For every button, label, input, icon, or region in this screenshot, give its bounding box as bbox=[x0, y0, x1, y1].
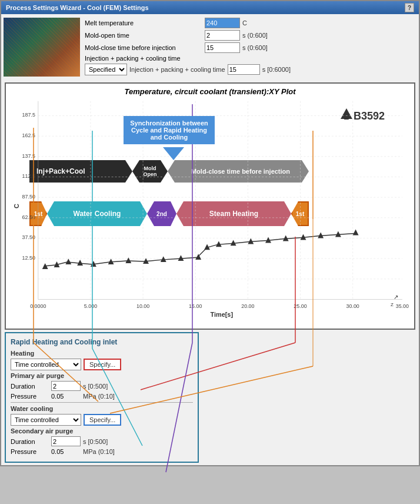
svg-marker-34 bbox=[42, 263, 48, 269]
water-cooling-dropdown[interactable]: Time controlled bbox=[11, 414, 81, 426]
svg-text:35.00: 35.00 bbox=[396, 303, 409, 309]
svg-text:↗: ↗ bbox=[394, 294, 398, 300]
top-arrows-row: Inj+Pack+Cool Mold Open Mold-close time … bbox=[29, 160, 309, 183]
svg-text:30.00: 30.00 bbox=[346, 303, 359, 309]
mold-open-time-input[interactable] bbox=[205, 30, 240, 41]
svg-text:20.00: 20.00 bbox=[241, 303, 254, 309]
svg-marker-42 bbox=[161, 256, 166, 262]
melt-temperature-label: Melt temperature bbox=[85, 19, 202, 26]
sync-box: Synchronization between Cycle and Rapid … bbox=[124, 116, 215, 144]
water-cooling-control-row: Time controlled Specify... bbox=[11, 414, 193, 426]
pressure2-row: Pressure 0.05 MPa (0:10] bbox=[11, 448, 193, 455]
help-button[interactable]: ? bbox=[405, 3, 414, 12]
svg-text:137.5: 137.5 bbox=[22, 153, 35, 159]
heating-control-row: Time controlled Specify... bbox=[11, 359, 193, 370]
svg-marker-43 bbox=[178, 255, 184, 261]
duration-unit: s [0:500] bbox=[83, 383, 108, 390]
svg-text:5.000: 5.000 bbox=[84, 303, 97, 309]
mold-close-time-row: Mold-close time before injection s (0:60… bbox=[85, 42, 416, 53]
mold-open-arrow: Mold Open bbox=[132, 160, 168, 183]
injection-dropdown[interactable]: Specified bbox=[85, 64, 127, 75]
mold-open-time-row: Mold-open time s (0:600] bbox=[85, 30, 416, 41]
specify-water-button[interactable]: Specify... bbox=[84, 414, 121, 426]
svg-text:87.50: 87.50 bbox=[22, 194, 35, 200]
injection-unit: s [0:6000] bbox=[262, 66, 291, 73]
svg-marker-37 bbox=[77, 260, 83, 266]
mold-close-time-input[interactable] bbox=[205, 42, 240, 53]
duration-row: Duration s [0:500] bbox=[11, 381, 193, 391]
svg-marker-53 bbox=[335, 231, 341, 237]
svg-text:0.0000: 0.0000 bbox=[30, 303, 46, 309]
heating-section-title: Heating bbox=[11, 350, 193, 357]
svg-text:162.5: 162.5 bbox=[22, 132, 35, 138]
pressure2-label: Pressure bbox=[11, 448, 49, 455]
mold-open-time-unit: s (0:600] bbox=[242, 32, 268, 39]
pressure2-unit: MPa (0:10] bbox=[83, 448, 115, 455]
svg-marker-52 bbox=[318, 233, 324, 238]
injection-select-row: Specified Injection + packing + cooling … bbox=[85, 64, 416, 75]
water-cooling-arrow: Water Cooling bbox=[47, 201, 147, 226]
specify-heating-button[interactable]: Specify... bbox=[84, 359, 121, 370]
first-1-arrow: 1st bbox=[29, 201, 47, 226]
pressure-unit: MPa (0:10] bbox=[83, 393, 115, 400]
pressure-label: Pressure bbox=[11, 393, 49, 400]
svg-marker-45 bbox=[204, 244, 210, 250]
water-cooling-section-title: Water cooling bbox=[11, 405, 193, 412]
window-title: Process Settings Wizard - Cool (FEM) Set… bbox=[6, 4, 149, 11]
sync-box-text: Synchronization between Cycle and Rapid … bbox=[130, 120, 208, 141]
mold-close-time-unit: s (0:600] bbox=[242, 44, 268, 51]
pressure-row: Pressure 0.05 MPa (0:10] bbox=[11, 393, 193, 400]
duration-label: Duration bbox=[11, 383, 49, 390]
svg-marker-36 bbox=[65, 258, 71, 264]
melt-temperature-unit: C bbox=[242, 19, 247, 26]
svg-marker-41 bbox=[143, 258, 149, 264]
chart-title: Temperature, circuit coolant (transient)… bbox=[6, 84, 414, 97]
svg-marker-44 bbox=[195, 254, 201, 260]
y-axis-label: C bbox=[13, 204, 20, 208]
second-arrow: 2nd bbox=[147, 201, 176, 226]
bottom-panel: Rapid Heating and Cooling inlet Heating … bbox=[5, 332, 199, 463]
svg-text:Z: Z bbox=[391, 302, 394, 307]
chart-inner: Temperature, circuit coolant (transient)… bbox=[6, 84, 414, 329]
inj-pack-cool-arrow: Inj+Pack+Cool bbox=[29, 160, 132, 183]
svg-marker-47 bbox=[231, 240, 236, 246]
bottom-arrows-row: 1st Water Cooling 2nd Steam Heating 1st bbox=[29, 201, 309, 226]
duration2-input[interactable] bbox=[51, 436, 81, 446]
svg-text:25.00: 25.00 bbox=[294, 303, 306, 309]
chart-container: Temperature, circuit coolant (transient)… bbox=[5, 82, 415, 330]
svg-text:10.00: 10.00 bbox=[136, 303, 149, 309]
svg-marker-50 bbox=[283, 236, 289, 241]
svg-marker-38 bbox=[91, 261, 96, 267]
divider-1 bbox=[11, 402, 193, 403]
sync-arrow-down bbox=[163, 147, 184, 160]
svg-marker-49 bbox=[265, 237, 271, 243]
melt-temperature-row: Melt temperature C bbox=[85, 18, 416, 28]
title-bar: Process Settings Wizard - Cool (FEM) Set… bbox=[1, 1, 419, 14]
duration-input[interactable] bbox=[51, 381, 81, 391]
svg-marker-51 bbox=[301, 234, 306, 240]
injection-value-input[interactable] bbox=[228, 64, 260, 75]
pressure-value: 0.05 bbox=[51, 393, 81, 400]
secondary-air-purge-label: Secondary air purge bbox=[11, 427, 193, 435]
svg-marker-54 bbox=[353, 230, 359, 236]
duration2-label: Duration bbox=[11, 438, 49, 445]
svg-marker-35 bbox=[54, 261, 60, 267]
svg-marker-46 bbox=[216, 241, 222, 247]
svg-text:Time[s]: Time[s] bbox=[211, 311, 234, 318]
svg-marker-40 bbox=[125, 257, 131, 263]
svg-text:37.50: 37.50 bbox=[22, 234, 35, 240]
mold-close-arrow: Mold-close time before injection bbox=[168, 160, 309, 183]
mold-open-time-label: Mold-open time bbox=[85, 32, 202, 39]
duration2-unit: s [0:500] bbox=[83, 438, 108, 445]
form-fields: Melt temperature C Mold-open time s (0:6… bbox=[80, 18, 416, 77]
svg-text:187.5: 187.5 bbox=[22, 112, 35, 118]
melt-temperature-input[interactable] bbox=[205, 18, 240, 28]
steam-heating-arrow: Steam Heating bbox=[176, 201, 291, 226]
main-window: Process Settings Wizard - Cool (FEM) Set… bbox=[0, 0, 420, 466]
heating-dropdown[interactable]: Time controlled bbox=[11, 359, 81, 370]
duration2-row: Duration s [0:500] bbox=[11, 436, 193, 446]
injection-label: Injection + packing + cooling time bbox=[85, 55, 202, 62]
svg-text:15.00: 15.00 bbox=[189, 303, 202, 309]
part-thumbnail bbox=[4, 18, 80, 77]
mold-close-time-label: Mold-close time before injection bbox=[85, 44, 202, 51]
